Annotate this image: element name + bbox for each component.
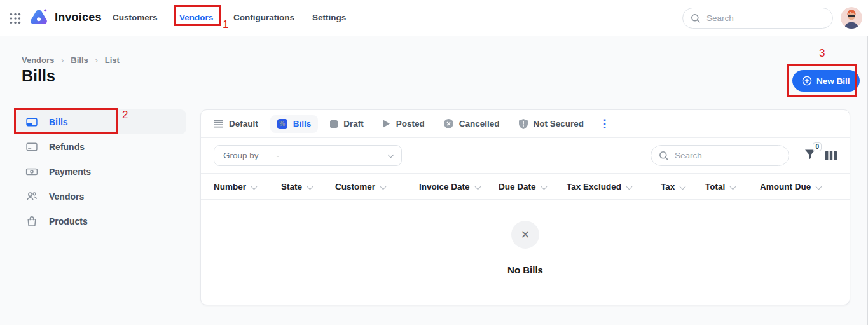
filter-tab-bills[interactable]: % Bills: [270, 115, 319, 133]
sidebar-item-label: Vendors: [49, 191, 84, 202]
list-toolbar: Group by - 0: [201, 138, 850, 174]
more-filters-kebab-icon[interactable]: ⋮: [599, 118, 610, 129]
column-header-customer[interactable]: Customer: [335, 182, 419, 191]
filter-count-badge: 0: [813, 142, 822, 151]
chevron-down-icon: [474, 183, 481, 190]
sidebar-item-label: Refunds: [49, 142, 85, 152]
group-by-value: -: [277, 151, 280, 161]
chevron-down-icon: [730, 183, 736, 190]
annotation-label-3: 3: [819, 47, 825, 60]
chevron-down-icon: [541, 183, 547, 190]
lines-icon: [214, 120, 223, 128]
breadcrumb: Vendors › Bills › List: [22, 55, 120, 65]
bills-list-card: Default % Bills Draft Posted C: [200, 109, 850, 305]
column-header-state[interactable]: State: [281, 182, 335, 191]
filter-tab-draft[interactable]: Draft: [330, 119, 364, 128]
people-icon: [25, 190, 38, 203]
empty-state-message: No Bills: [507, 265, 543, 275]
top-navbar: Invoices Customers Vendors Configuration…: [0, 0, 868, 36]
sidebar: Bills Refunds Payments Vendors: [15, 109, 186, 233]
close-icon: ✕: [511, 221, 539, 249]
filter-tab-cancelled[interactable]: Cancelled: [444, 119, 500, 128]
filter-tab-label: Default: [229, 119, 258, 128]
app-title: Invoices: [55, 11, 102, 24]
group-by-select[interactable]: Group by -: [214, 145, 402, 166]
column-header-due-date[interactable]: Due Date: [499, 182, 567, 191]
filter-tab-default[interactable]: Default: [214, 119, 258, 128]
filter-tab-label: Bills: [293, 119, 312, 128]
column-header-number[interactable]: Number: [214, 182, 281, 191]
square-icon: [330, 120, 338, 128]
chevron-right-icon: ›: [95, 56, 98, 65]
list-search-input[interactable]: [675, 151, 787, 160]
breadcrumb-list[interactable]: List: [105, 55, 120, 65]
chevron-right-icon: ›: [61, 56, 64, 65]
chevron-down-icon: [626, 183, 633, 190]
chevron-down-icon: [816, 183, 822, 190]
refund-card-icon: [25, 141, 38, 153]
column-header-total[interactable]: Total: [705, 182, 760, 191]
filters-button[interactable]: 0: [804, 149, 816, 163]
sidebar-item-products[interactable]: Products: [15, 209, 186, 233]
apps-grid-icon[interactable]: [10, 13, 21, 24]
filter-tab-not-secured[interactable]: Not Secured: [519, 119, 584, 129]
nav-item-customers[interactable]: Customers: [113, 13, 158, 22]
sidebar-item-payments[interactable]: Payments: [15, 159, 186, 184]
empty-state: ✕ No Bills: [201, 200, 850, 305]
list-search[interactable]: [651, 145, 789, 166]
app-logo-icon[interactable]: [28, 7, 50, 29]
search-icon: [691, 13, 701, 24]
breadcrumb-bills[interactable]: Bills: [71, 55, 88, 65]
bill-card-icon: [25, 116, 38, 128]
group-by-label: Group by: [214, 146, 268, 165]
nav-item-settings[interactable]: Settings: [312, 13, 346, 22]
sidebar-item-bills[interactable]: Bills: [15, 109, 186, 134]
user-avatar[interactable]: [841, 7, 862, 29]
new-bill-button[interactable]: New Bill: [792, 70, 860, 92]
chevron-down-icon: [307, 183, 313, 190]
filter-tab-label: Posted: [396, 119, 425, 128]
chevron-down-icon: [380, 183, 387, 190]
columns-icon[interactable]: [825, 151, 837, 160]
sidebar-item-label: Bills: [49, 117, 68, 127]
sidebar-item-label: Products: [49, 216, 88, 226]
circle-x-icon: [444, 119, 453, 128]
breadcrumb-vendors[interactable]: Vendors: [22, 55, 54, 65]
column-header-amount-due[interactable]: Amount Due: [760, 182, 836, 191]
global-search[interactable]: [682, 8, 833, 29]
page-title: Bills: [22, 67, 55, 85]
play-icon: [383, 120, 390, 128]
filter-tab-label: Draft: [343, 119, 364, 128]
filter-tabs: Default % Bills Draft Posted C: [201, 110, 850, 138]
nav-item-configurations[interactable]: Configurations: [233, 13, 294, 22]
sidebar-item-vendors[interactable]: Vendors: [15, 184, 186, 209]
filter-tab-posted[interactable]: Posted: [383, 119, 425, 128]
nav-item-vendors[interactable]: Vendors: [179, 13, 213, 22]
column-header-tax-excluded[interactable]: Tax Excluded: [567, 182, 661, 191]
chevron-down-icon: [388, 151, 394, 158]
global-search-input[interactable]: [706, 13, 825, 23]
table-header-row: Number State Customer Invoice Date Due D…: [201, 174, 850, 200]
shopping-bag-icon: [25, 215, 38, 228]
sidebar-item-label: Payments: [49, 167, 91, 177]
banknote-icon: [25, 165, 38, 178]
filter-tab-label: Cancelled: [459, 119, 500, 128]
chevron-down-icon: [251, 183, 258, 190]
percent-badge-icon: %: [277, 119, 287, 129]
column-header-invoice-date[interactable]: Invoice Date: [419, 182, 499, 191]
search-icon: [659, 151, 669, 161]
shield-alert-icon: [519, 119, 528, 129]
column-header-tax[interactable]: Tax: [661, 182, 705, 191]
plus-circle-icon: [802, 76, 812, 86]
sidebar-item-refunds[interactable]: Refunds: [15, 134, 186, 159]
new-bill-button-label: New Bill: [816, 76, 850, 86]
chevron-down-icon: [680, 183, 686, 190]
filter-tab-label: Not Secured: [534, 119, 584, 128]
